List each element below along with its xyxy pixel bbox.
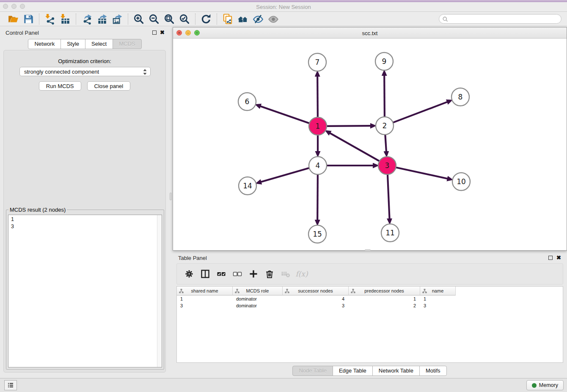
export-network-icon[interactable] — [79, 13, 94, 25]
search-box[interactable] — [439, 14, 561, 24]
graph-node-2[interactable]: 2 — [376, 117, 394, 135]
column-header-shared-name[interactable]: shared name — [177, 287, 233, 295]
tab-style[interactable]: Style — [61, 39, 85, 49]
graph-node-3[interactable]: 3 — [378, 157, 396, 174]
table-tab-motifs[interactable]: Motifs — [419, 366, 447, 376]
graph-edge-3-1[interactable] — [330, 133, 380, 161]
column-header-predecessor-nodes[interactable]: predecessor nodes — [349, 287, 420, 295]
mcds-result-scrollbar[interactable] — [157, 215, 162, 367]
close-panel-button[interactable]: Close panel — [87, 81, 131, 91]
export-image-icon[interactable] — [110, 13, 125, 25]
optimization-criterion-label: Optimization criterion: — [4, 58, 165, 64]
graph-edge-4-14[interactable] — [261, 168, 310, 182]
first-neighbors-icon[interactable] — [235, 13, 250, 25]
close-panel-icon[interactable]: ✖ — [160, 29, 165, 36]
tab-network[interactable]: Network — [28, 39, 61, 49]
open-folder-icon[interactable] — [6, 13, 21, 25]
graph-edge-1-7[interactable] — [317, 76, 318, 118]
graph-edge-1-2[interactable] — [326, 126, 371, 126]
svg-text:10: 10 — [457, 177, 466, 186]
table-tab-network-table[interactable]: Network Table — [372, 366, 420, 376]
table-row[interactable]: 3dominator323 — [177, 302, 563, 309]
svg-text:9: 9 — [382, 57, 387, 66]
vertical-splitter-handle[interactable] — [170, 193, 172, 200]
deselect-all-icon[interactable] — [229, 268, 245, 280]
toggle-column-icon[interactable] — [197, 268, 213, 280]
delete-row-icon[interactable] — [261, 268, 278, 280]
import-table-icon[interactable] — [58, 13, 73, 25]
task-history-button[interactable] — [4, 380, 17, 390]
tab-select[interactable]: Select — [85, 39, 113, 49]
save-icon[interactable] — [21, 13, 36, 25]
graph-node-7[interactable]: 7 — [308, 53, 326, 71]
column-header-successor-nodes[interactable]: successor nodes — [283, 287, 349, 295]
table-panel-header: Table Panel ✖ — [173, 252, 567, 264]
import-network-icon[interactable] — [42, 13, 58, 25]
graph-edge-1-6[interactable] — [260, 106, 310, 124]
table-cell[interactable]: 1 — [177, 295, 233, 302]
mcds-result-textarea[interactable]: 1 3 — [8, 215, 162, 367]
table-cell[interactable]: 3 — [420, 302, 456, 309]
graph-node-14[interactable]: 14 — [239, 177, 256, 195]
graph-edge-3-10[interactable] — [396, 167, 448, 179]
mcds-result-lines: 1 3 — [8, 215, 162, 231]
graph-edge-4-15[interactable] — [317, 174, 318, 221]
graph-node-6[interactable]: 6 — [238, 93, 256, 110]
graph-edge-2-3[interactable] — [385, 134, 386, 152]
network-graph-canvas[interactable]: 7 9 6 8 1 2 4 3 14 10 15 11 — [173, 39, 567, 250]
criterion-select[interactable]: strongly connected component — [19, 67, 151, 76]
float-panel-icon[interactable] — [152, 30, 157, 35]
toolbar-group — [76, 14, 128, 25]
graph-edge-2-9[interactable] — [384, 75, 385, 117]
table-cell[interactable]: 3 — [283, 302, 349, 309]
search-input[interactable] — [450, 15, 558, 23]
settings-gear-icon[interactable] — [181, 268, 197, 280]
zoom-in-icon[interactable] — [131, 13, 146, 25]
network-window-titlebar[interactable]: ✕ − + scc.txt — [173, 28, 567, 39]
export-table-icon[interactable] — [94, 13, 110, 25]
column-header-name[interactable]: name — [420, 287, 456, 295]
table-cell[interactable]: dominator — [233, 295, 283, 302]
table-close-panel-icon[interactable]: ✖ — [556, 254, 561, 261]
svg-text:14: 14 — [243, 182, 252, 190]
zoom-out-icon[interactable] — [146, 13, 162, 25]
table-cell[interactable]: dominator — [233, 302, 283, 309]
add-row-icon[interactable] — [245, 268, 261, 280]
table-cell[interactable]: 1 — [349, 295, 420, 302]
mcds-result-title: MCDS result (2 nodes) — [8, 207, 67, 213]
run-mcds-button[interactable]: Run MCDS — [39, 81, 81, 91]
horizontal-splitter-handle[interactable] — [365, 249, 371, 251]
graph-node-9[interactable]: 9 — [375, 52, 393, 70]
show-all-icon[interactable] — [266, 13, 281, 25]
network-from-selection-icon[interactable] — [220, 13, 235, 25]
table-cell[interactable]: 1 — [420, 295, 456, 302]
graph-node-11[interactable]: 11 — [381, 224, 399, 242]
hide-selected-icon[interactable] — [250, 13, 266, 25]
graph-edge-3-11[interactable] — [388, 174, 390, 219]
svg-text:2: 2 — [383, 121, 387, 130]
graph-edge-2-8[interactable] — [393, 102, 448, 123]
table-tab-edge-table[interactable]: Edge Table — [333, 366, 373, 376]
graph-node-10[interactable]: 10 — [452, 173, 470, 190]
table-cell[interactable]: 4 — [283, 295, 349, 302]
refresh-icon[interactable] — [198, 13, 214, 25]
table-tab-node-table[interactable]: Node Table — [292, 366, 333, 376]
memory-button[interactable]: Memory — [526, 380, 564, 390]
zoom-fit-icon[interactable] — [162, 13, 177, 25]
table-float-panel-icon[interactable] — [548, 256, 553, 260]
graph-node-15[interactable]: 15 — [308, 225, 326, 243]
tab-mcds[interactable]: MCDS — [113, 39, 141, 49]
table-row[interactable]: 1dominator411 — [177, 295, 563, 302]
table-cell[interactable]: 2 — [349, 302, 420, 309]
status-bar: Memory — [0, 378, 567, 392]
graph-node-1[interactable]: 1 — [309, 117, 327, 135]
table-cell[interactable]: 3 — [177, 302, 233, 309]
svg-text:4: 4 — [316, 161, 320, 170]
select-all-icon[interactable] — [213, 268, 229, 280]
graph-node-8[interactable]: 8 — [451, 88, 469, 106]
list-icon — [7, 381, 14, 389]
svg-text:1: 1 — [316, 122, 320, 130]
zoom-selected-icon[interactable] — [177, 13, 192, 25]
graph-node-4[interactable]: 4 — [309, 157, 327, 174]
column-header-MCDS-role[interactable]: MCDS role — [233, 287, 283, 295]
